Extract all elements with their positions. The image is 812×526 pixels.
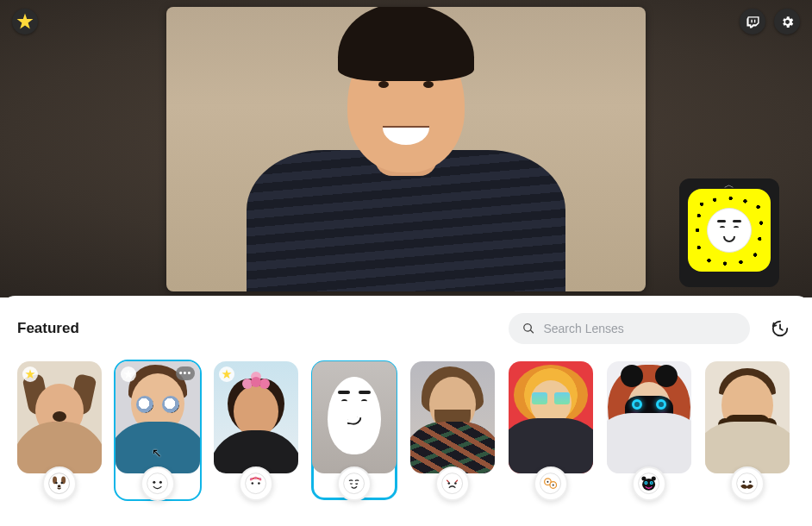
svg-point-22	[547, 481, 549, 483]
svg-point-18	[455, 483, 458, 485]
svg-point-6	[147, 473, 168, 494]
history-icon	[771, 319, 790, 338]
lens-carousel[interactable]: ••• ↖	[17, 361, 795, 503]
cursor-icon: ↖	[152, 446, 162, 460]
more-options-button[interactable]: •••	[176, 366, 195, 380]
lens-thumbnail	[17, 361, 102, 473]
twitch-icon	[746, 15, 760, 29]
search-input[interactable]	[543, 322, 736, 335]
section-title: Featured	[17, 320, 79, 337]
lens-card-flower-crown[interactable]	[214, 361, 298, 499]
lens-card-mustache[interactable]	[705, 361, 790, 499]
favorites-button[interactable]	[12, 9, 38, 34]
lens-avatar-icon	[435, 467, 470, 501]
svg-point-11	[259, 483, 261, 485]
svg-point-3	[56, 482, 59, 485]
snapcode-panel[interactable]: ︿	[679, 178, 779, 287]
favorite-badge[interactable]	[121, 366, 136, 382]
camera-stage: ︿	[0, 0, 812, 297]
lens-card-tropical[interactable]	[410, 361, 495, 499]
lens-thumbnail	[509, 361, 593, 473]
gear-icon	[780, 15, 795, 29]
lens-avatar-icon	[730, 467, 765, 501]
star-icon	[222, 369, 232, 379]
lens-avatar-icon	[239, 467, 273, 501]
snapcode	[688, 189, 771, 272]
lens-avatar-icon	[141, 467, 175, 501]
lens-panel: Featured	[0, 296, 812, 526]
lens-card-cartoon-face[interactable]	[312, 361, 397, 499]
lens-card-lion[interactable]	[509, 361, 593, 499]
svg-point-4	[61, 482, 64, 485]
svg-point-16	[442, 473, 463, 494]
lens-card-neon-bear[interactable]	[607, 361, 691, 499]
favorite-badge[interactable]	[219, 366, 234, 382]
history-button[interactable]	[765, 314, 795, 343]
camera-subject	[247, 47, 565, 291]
svg-point-9	[246, 473, 266, 494]
svg-point-15	[344, 473, 365, 494]
svg-point-32	[750, 481, 753, 484]
lens-thumbnail	[607, 361, 691, 473]
star-icon	[25, 369, 35, 379]
twitch-button[interactable]	[740, 9, 765, 34]
favorite-badge[interactable]	[22, 366, 38, 382]
settings-button[interactable]	[774, 9, 800, 34]
app-root: ︿ Featured	[0, 0, 812, 526]
svg-point-23	[553, 485, 554, 486]
lens-card-dog[interactable]	[17, 361, 102, 499]
top-right-controls	[740, 9, 800, 34]
camera-preview	[166, 7, 646, 291]
lens-avatar-icon	[632, 467, 666, 501]
search-field[interactable]	[509, 313, 750, 344]
svg-point-10	[252, 483, 254, 485]
search-icon	[522, 322, 534, 335]
svg-point-30	[737, 473, 758, 494]
panel-header: Featured	[17, 313, 795, 344]
svg-point-12	[251, 479, 253, 481]
svg-point-31	[743, 481, 746, 484]
snapcode-face-icon	[707, 208, 752, 253]
lens-thumbnail: ••• ↖	[116, 361, 200, 473]
lens-avatar-icon	[337, 467, 372, 501]
star-icon	[16, 13, 34, 30]
lens-thumbnail	[214, 361, 298, 473]
svg-point-17	[448, 483, 451, 485]
star-outline-icon	[123, 369, 134, 379]
lens-avatar-icon	[42, 467, 77, 501]
lens-avatar-icon	[534, 467, 568, 501]
lens-thumbnail	[312, 361, 397, 473]
lens-card-big-eyes[interactable]: ••• ↖	[116, 361, 200, 499]
svg-point-8	[159, 481, 162, 484]
svg-point-13	[255, 477, 258, 479]
svg-point-5	[58, 485, 61, 488]
svg-point-7	[153, 481, 156, 484]
lens-thumbnail	[705, 361, 790, 473]
lens-thumbnail	[410, 361, 495, 473]
svg-point-0	[49, 473, 70, 494]
svg-point-14	[259, 479, 262, 481]
